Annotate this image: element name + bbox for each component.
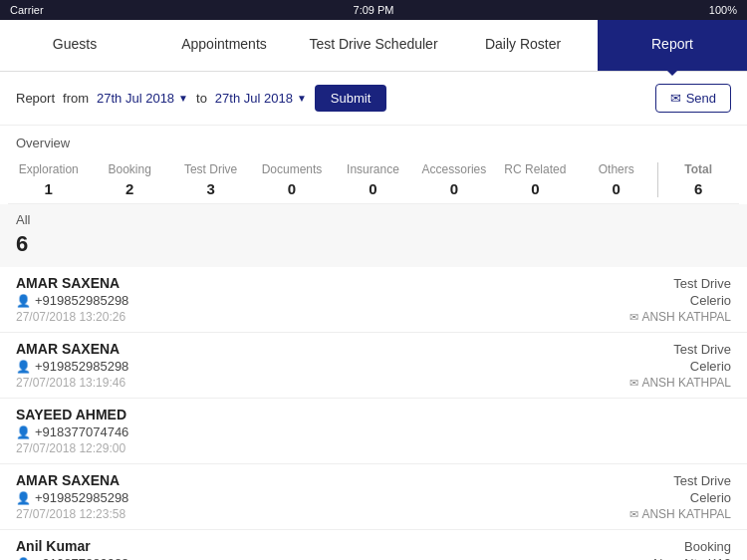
stat-value: 1: [8, 180, 89, 197]
stat-col-booking: Booking 2: [89, 162, 169, 197]
stat-col-insurance: Insurance 0: [333, 162, 413, 197]
send-button[interactable]: ✉ Send: [655, 84, 731, 113]
customer-name: AMAR SAXENA: [16, 275, 120, 291]
to-label: to: [196, 91, 207, 106]
tab-appointments[interactable]: Appointments: [149, 20, 299, 71]
customer-vehicle: New Alto K10: [653, 556, 731, 560]
tab-daily-roster[interactable]: Daily Roster: [448, 20, 598, 71]
stat-value: 0: [495, 180, 576, 197]
filter-bar: Report from 27th Jul 2018 ▼ to 27th Jul …: [0, 72, 747, 126]
customer-time: 27/07/2018 13:19:46: [16, 376, 125, 390]
report-label: Report: [16, 91, 55, 106]
customer-phone-row: 👤 +919852985298 Celerio: [16, 359, 731, 374]
customer-list: AMAR SAXENA Test Drive 👤 +919852985298 C…: [0, 267, 747, 560]
stat-col-others: Others 0: [576, 162, 656, 197]
customer-phone-row: 👤 +919877889988 New Alto K10: [16, 556, 731, 560]
customer-time-row: 27/07/2018 13:19:46 ✉ ANSH KATHPAL: [16, 376, 731, 390]
list-item[interactable]: Anil Kumar Booking 👤 +919877889988 New A…: [0, 530, 747, 560]
stat-header: Total: [658, 162, 739, 180]
submit-button[interactable]: Submit: [315, 85, 386, 112]
stat-col-total: Total 6: [657, 162, 739, 197]
customer-vehicle: Celerio: [690, 359, 731, 374]
stats-row: Exploration 1 Booking 2 Test Drive 3 Doc…: [8, 156, 739, 204]
customer-name: AMAR SAXENA: [16, 341, 120, 357]
stat-value: 0: [333, 180, 413, 197]
customer-phone: 👤 +919852985298: [16, 359, 128, 374]
customer-time-row: 27/07/2018 12:29:00: [16, 441, 731, 455]
customer-name: AMAR SAXENA: [16, 472, 120, 488]
all-count: 6: [16, 227, 731, 263]
all-label: All: [16, 212, 731, 227]
send-label: Send: [686, 91, 716, 106]
customer-name-row: AMAR SAXENA Test Drive: [16, 275, 731, 291]
stat-col-test-drive: Test Drive 3: [170, 162, 251, 197]
stat-col-accessories: Accessories 0: [413, 162, 494, 197]
customer-type: Test Drive: [673, 473, 731, 488]
stat-header: Accessories: [413, 162, 494, 180]
message-icon: ✉: [629, 377, 638, 390]
customer-name: SAYEED AHMED: [16, 407, 126, 422]
list-section: All 6: [0, 204, 747, 267]
tab-report[interactable]: Report: [598, 20, 747, 71]
person-icon: 👤: [16, 294, 31, 308]
customer-name-row: Anil Kumar Booking: [16, 538, 731, 554]
customer-type: Booking: [684, 539, 731, 554]
customer-phone: 👤 +919852985298: [16, 293, 128, 308]
person-icon: 👤: [16, 425, 31, 439]
from-date-picker[interactable]: 27th Jul 2018 ▼: [97, 91, 188, 106]
status-bar: Carrier 7:09 PM 100%: [0, 0, 747, 20]
from-label: from: [63, 91, 89, 106]
customer-phone-row: 👤 +919852985298 Celerio: [16, 293, 731, 308]
customer-phone-row: 👤 +919852985298 Celerio: [16, 490, 731, 505]
customer-type: Test Drive: [673, 342, 731, 357]
overview-title: Overview: [0, 126, 747, 156]
message-icon: ✉: [629, 311, 638, 324]
stat-header: Booking: [89, 162, 169, 180]
stat-header: RC Related: [495, 162, 576, 180]
stat-header: Others: [576, 162, 656, 180]
from-date-value: 27th Jul 2018: [97, 91, 174, 106]
list-item[interactable]: AMAR SAXENA Test Drive 👤 +919852985298 C…: [0, 267, 747, 333]
person-icon: 👤: [16, 491, 31, 505]
customer-phone: 👤 +918377074746: [16, 424, 128, 439]
tab-guests[interactable]: Guests: [0, 20, 149, 71]
customer-vehicle: Celerio: [690, 293, 731, 308]
customer-phone: 👤 +919852985298: [16, 490, 128, 505]
customer-time: 27/07/2018 12:29:00: [16, 441, 125, 455]
stat-col-exploration: Exploration 1: [8, 162, 89, 197]
stat-header: Insurance: [333, 162, 413, 180]
customer-type: Test Drive: [673, 276, 731, 291]
customer-time-row: 27/07/2018 13:20:26 ✉ ANSH KATHPAL: [16, 310, 731, 324]
customer-name-row: AMAR SAXENA Test Drive: [16, 472, 731, 488]
stat-value: 0: [576, 180, 656, 197]
to-date-chevron: ▼: [297, 93, 307, 104]
battery-text: 100%: [709, 4, 737, 16]
list-item[interactable]: SAYEED AHMED 👤 +918377074746 27/07/2018 …: [0, 399, 747, 464]
stat-value: 6: [658, 180, 739, 197]
list-item[interactable]: AMAR SAXENA Test Drive 👤 +919852985298 C…: [0, 333, 747, 399]
customer-name-row: SAYEED AHMED: [16, 407, 731, 422]
stat-header: Test Drive: [170, 162, 251, 180]
customer-name-row: AMAR SAXENA Test Drive: [16, 341, 731, 357]
to-date-value: 27th Jul 2018: [215, 91, 293, 106]
stat-value: 3: [170, 180, 251, 197]
list-item[interactable]: AMAR SAXENA Test Drive 👤 +919852985298 C…: [0, 464, 747, 530]
customer-advisor: ✉ ANSH KATHPAL: [629, 507, 731, 521]
message-icon: ✉: [629, 508, 638, 521]
customer-time-row: 27/07/2018 12:23:58 ✉ ANSH KATHPAL: [16, 507, 731, 521]
nav-tabs: Guests Appointments Test Drive Scheduler…: [0, 20, 747, 72]
customer-time: 27/07/2018 13:20:26: [16, 310, 125, 324]
customer-advisor: ✉ ANSH KATHPAL: [629, 310, 731, 324]
to-date-picker[interactable]: 27th Jul 2018 ▼: [215, 91, 307, 106]
from-date-chevron: ▼: [178, 93, 188, 104]
carrier-text: Carrier: [10, 4, 44, 16]
tab-test-drive-scheduler[interactable]: Test Drive Scheduler: [299, 20, 448, 71]
customer-phone: 👤 +919877889988: [16, 556, 128, 560]
customer-advisor: ✉ ANSH KATHPAL: [629, 376, 731, 390]
customer-phone-row: 👤 +918377074746: [16, 424, 731, 439]
stat-header: Documents: [251, 162, 332, 180]
send-icon: ✉: [670, 91, 681, 106]
stat-col-documents: Documents 0: [251, 162, 332, 197]
stat-value: 0: [413, 180, 494, 197]
stat-value: 0: [251, 180, 332, 197]
